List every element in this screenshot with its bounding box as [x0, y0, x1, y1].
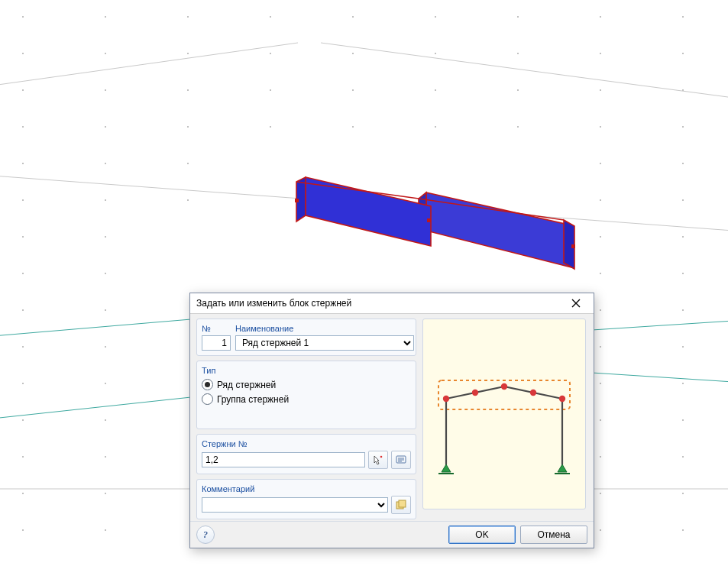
- svg-point-53: [682, 273, 683, 273]
- svg-point-44: [600, 199, 600, 200]
- svg-point-48: [600, 236, 600, 237]
- svg-point-37: [105, 163, 105, 163]
- number-input[interactable]: [202, 335, 231, 351]
- help-button[interactable]: ?: [196, 526, 215, 544]
- label-members: Стержни №: [202, 438, 411, 451]
- svg-point-61: [682, 346, 683, 347]
- svg-point-109: [443, 396, 449, 402]
- members-input[interactable]: [202, 452, 365, 467]
- svg-point-16: [600, 53, 600, 53]
- svg-point-8: [682, 16, 683, 17]
- svg-point-3: [270, 16, 270, 17]
- svg-rect-99: [571, 244, 575, 248]
- select-members-button[interactable]: [391, 451, 411, 469]
- radio-label-row: Ряд стержней: [217, 380, 276, 390]
- svg-point-56: [600, 309, 600, 310]
- comment-combo[interactable]: [202, 497, 388, 513]
- svg-line-86: [0, 319, 191, 336]
- radio-icon: [202, 379, 213, 390]
- svg-point-0: [22, 16, 23, 17]
- svg-point-52: [600, 273, 600, 273]
- svg-point-71: [105, 456, 105, 457]
- radio-label-group: Группа стержней: [217, 394, 289, 405]
- svg-point-67: [105, 419, 105, 420]
- svg-point-19: [105, 89, 105, 90]
- comment-library-button[interactable]: [391, 496, 411, 514]
- svg-point-63: [105, 383, 105, 383]
- svg-point-32: [435, 126, 435, 127]
- svg-point-1: [105, 16, 105, 17]
- panel-type: Тип Ряд стержней Группа стержней: [196, 361, 416, 429]
- pick-members-button[interactable]: [368, 451, 388, 469]
- cancel-button[interactable]: Отмена: [520, 526, 587, 544]
- svg-point-80: [600, 529, 600, 530]
- svg-point-35: [682, 126, 683, 127]
- name-combo[interactable]: Ряд стержней 1: [235, 335, 414, 351]
- label-number: №: [202, 322, 231, 335]
- svg-line-89: [592, 321, 728, 330]
- svg-point-64: [600, 383, 600, 383]
- label-name: Наименование: [235, 322, 414, 335]
- close-button[interactable]: [561, 295, 590, 312]
- svg-point-60: [600, 346, 600, 347]
- svg-line-87: [592, 373, 728, 382]
- radio-group-members[interactable]: Группа стержней: [202, 392, 411, 406]
- radio-row-members[interactable]: Ряд стержней: [202, 377, 411, 392]
- svg-point-69: [682, 419, 683, 420]
- svg-point-62: [22, 383, 23, 383]
- svg-point-10: [105, 53, 105, 53]
- svg-point-46: [22, 236, 23, 237]
- svg-point-20: [187, 89, 188, 90]
- svg-point-34: [600, 126, 600, 127]
- preview-illustration: [422, 319, 586, 509]
- svg-point-112: [530, 390, 536, 396]
- svg-point-45: [682, 199, 683, 200]
- panel-id-name: № Наименование Ряд стержней 1: [196, 319, 416, 356]
- svg-line-82: [0, 43, 298, 86]
- svg-point-76: [600, 493, 600, 493]
- svg-point-39: [600, 163, 600, 163]
- svg-point-26: [682, 89, 683, 90]
- svg-point-36: [22, 163, 23, 163]
- dialog-title: Задать или изменить блок стержней: [196, 298, 561, 309]
- svg-point-5: [435, 16, 435, 17]
- dialog-titlebar[interactable]: Задать или изменить блок стержней: [190, 293, 594, 314]
- svg-point-110: [472, 390, 478, 396]
- svg-point-70: [22, 456, 23, 457]
- panel-comment: Комментарий: [196, 479, 416, 519]
- svg-point-57: [682, 309, 683, 310]
- svg-point-27: [22, 126, 23, 127]
- svg-point-25: [600, 89, 600, 90]
- svg-point-65: [682, 383, 683, 383]
- svg-point-21: [270, 89, 270, 90]
- svg-point-33: [517, 126, 518, 127]
- svg-point-51: [105, 273, 105, 273]
- svg-point-23: [435, 89, 435, 90]
- label-comment: Комментарий: [202, 483, 411, 496]
- svg-marker-92: [306, 177, 431, 246]
- svg-point-2: [187, 16, 188, 17]
- set-of-members-dialog: Задать или изменить блок стержней № Наим…: [189, 293, 594, 548]
- svg-rect-97: [295, 199, 299, 202]
- svg-point-66: [22, 419, 23, 420]
- svg-point-47: [105, 236, 105, 237]
- svg-point-12: [270, 53, 270, 53]
- svg-point-7: [600, 16, 600, 17]
- svg-point-11: [187, 53, 188, 53]
- panel-members: Стержни №: [196, 434, 416, 474]
- svg-point-75: [105, 493, 105, 493]
- svg-point-54: [22, 309, 23, 310]
- svg-point-111: [501, 383, 507, 390]
- svg-point-14: [435, 53, 435, 53]
- label-type: Тип: [202, 364, 411, 377]
- svg-line-88: [0, 397, 191, 419]
- svg-point-24: [517, 89, 518, 90]
- svg-marker-90: [426, 192, 571, 267]
- svg-line-83: [321, 43, 728, 98]
- svg-rect-103: [399, 500, 406, 507]
- svg-rect-98: [427, 218, 431, 222]
- svg-point-31: [352, 126, 353, 127]
- ok-button[interactable]: OK: [448, 526, 516, 544]
- svg-point-55: [105, 309, 105, 310]
- svg-point-17: [682, 53, 683, 53]
